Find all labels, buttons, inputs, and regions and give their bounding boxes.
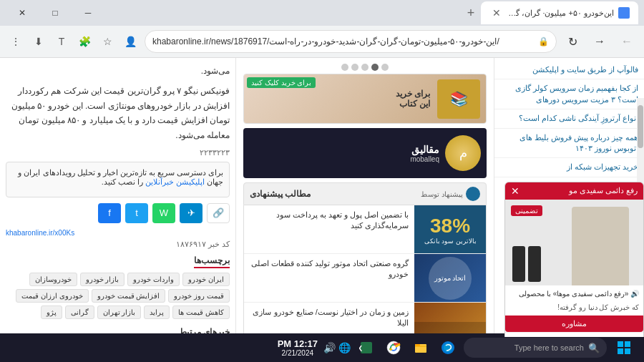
- tab-favicon: [618, 7, 630, 19]
- address-bar[interactable]: 🔒 khabaronline.ir/news/1876917/این-خودرو…: [145, 30, 557, 53]
- app-link[interactable]: اپلیکیشن خبرآنلاین: [145, 177, 205, 186]
- taskbar-icon-explorer[interactable]: [408, 335, 434, 361]
- source-logo: [466, 187, 480, 201]
- svg-point-9: [391, 346, 396, 350]
- new-tab-button[interactable]: +: [461, 3, 481, 23]
- taskbar-icon-edge[interactable]: [435, 335, 461, 361]
- scrollbar-thumb[interactable]: [638, 105, 643, 148]
- svg-rect-6: [415, 344, 420, 346]
- download-icon[interactable]: ⬇: [29, 31, 49, 52]
- suggested-item-1[interactable]: 38% بالاترین سود بانکی با تضمین اصل پول …: [244, 205, 486, 254]
- search-placeholder: Type here to search: [514, 343, 584, 352]
- minimize-button[interactable]: ─: [72, 0, 104, 26]
- taskbar-icon-excel[interactable]: X: [353, 335, 379, 361]
- notification-area: 🌐 🔊: [323, 342, 351, 353]
- tag-price-fall[interactable]: کاهش قیمت ها: [172, 305, 230, 319]
- window-controls: ─ □ ✕: [6, 0, 104, 26]
- tag-tehran-market[interactable]: بازار تهران: [97, 305, 142, 319]
- popup-desc-2: که خبرش کل دنیا رو گرفته!: [505, 302, 643, 315]
- tag-market[interactable]: بازار خودرو: [80, 273, 125, 286]
- sidebar-item-5[interactable]: خرید تجهیزات شبکه از: [494, 158, 644, 177]
- sidebar-item-2[interactable]: از کجا بفهمیم زمان سرویس کولر گازی است؟ …: [494, 79, 644, 109]
- item-text-2: گروه صنعتی اتحاد موتور تولید کننده قطعات…: [244, 254, 414, 302]
- share-facebook-button[interactable]: f: [98, 203, 121, 223]
- dot-3[interactable]: [361, 64, 369, 71]
- item-thumbnail-2: اتحاد موتور: [414, 254, 486, 302]
- network-icon[interactable]: 🌐: [338, 342, 351, 353]
- refresh-button[interactable]: ↻: [561, 30, 584, 53]
- dot-1[interactable]: [381, 64, 389, 71]
- ad-label-1[interactable]: برای خرید کلیک کنید: [247, 77, 316, 88]
- taskbar-icon-chrome[interactable]: [381, 335, 406, 361]
- popup-close-btn[interactable]: ✕: [511, 185, 519, 197]
- dot-5[interactable]: [341, 64, 348, 71]
- popup-cta-button[interactable]: مشاوره: [505, 315, 643, 332]
- translate-icon[interactable]: T: [52, 31, 72, 52]
- suggested-items-list: 38% بالاترین سود بانکی با تضمین اصل پول …: [243, 205, 487, 337]
- start-button[interactable]: [610, 336, 638, 359]
- suggested-item-3[interactable]: الیلا زمین و زمان در اختیار نوست/ صنایع …: [244, 303, 486, 337]
- popup-title: رفع دائمی سفیدی مو: [569, 186, 638, 195]
- sidebar-item-1[interactable]: فالوآپ از طریق سایت و اپلیکشن: [494, 61, 644, 79]
- tab-close-btn[interactable]: ✕: [492, 7, 501, 19]
- svg-rect-0: [618, 341, 623, 347]
- popup-desc-1: 🔊 «رفع دائمی سفیدی موها» با محصولی: [505, 285, 643, 302]
- suggested-title: مطالب پیشنهادی: [250, 189, 311, 199]
- article-intro: می‌شود.: [6, 64, 230, 78]
- tags-title: برچسب‌ها: [194, 255, 230, 268]
- active-tab[interactable]: این‌خودرو ۵۰+ میلیون· گران، گران، شدید· …: [481, 1, 638, 24]
- tags-grid: ایران خودرو واردات خودرو بازار خودرو خود…: [6, 273, 230, 319]
- popup-item-1[interactable]: • حکم «تعلق گرفتن...» چیست؟: [511, 336, 638, 337]
- chrome-icon: [386, 341, 401, 355]
- back-button[interactable]: ←: [615, 30, 638, 53]
- suggested-item-2[interactable]: اتحاد موتور گروه صنعتی اتحاد موتور تولید…: [244, 254, 486, 303]
- popup-bottle-1: [528, 246, 541, 282]
- extension-icon[interactable]: 🧩: [74, 31, 94, 52]
- tag-peugeot[interactable]: پژو: [41, 305, 62, 319]
- close-button[interactable]: ✕: [6, 0, 39, 26]
- item-thumbnail-1: 38% بالاترین سود بانکی: [414, 205, 486, 253]
- popup-items: • حکم «تعلق گرفتن...» چیست؟ • ملاقات با …: [505, 332, 643, 337]
- share-link-button[interactable]: 🔗: [207, 203, 230, 223]
- tag-iran-khodro[interactable]: ایران خودرو: [182, 273, 230, 286]
- profile-icon[interactable]: 👤: [120, 31, 140, 52]
- time-block[interactable]: 12:17 PM 2/21/2024: [278, 338, 318, 357]
- svg-rect-1: [625, 341, 630, 347]
- nav-bar: ← → ↻ 🔒 khabaronline.ir/news/1876917/این…: [0, 26, 644, 57]
- ad-popup: رفع دائمی سفیدی مو ✕ تضمینی 🔊 «رفع دائمی…: [504, 182, 644, 337]
- forward-button[interactable]: →: [588, 30, 611, 53]
- tab-title: این‌خودرو ۵۰+ میلیون· گران، گران، شدید· …: [505, 9, 614, 18]
- sidebar-item-3[interactable]: انواع آرتروزِ آیندگی ناشی کدام است؟: [494, 109, 644, 128]
- tag-pride[interactable]: پراید: [144, 305, 170, 319]
- tag-expensive[interactable]: گرانی: [65, 305, 94, 319]
- share-whatsapp-button[interactable]: W: [152, 203, 175, 223]
- tag-cheap-car[interactable]: خودروی ارزان قیمت: [16, 289, 89, 303]
- tag-makers[interactable]: خودروسازان: [29, 273, 77, 286]
- item-text-3: زمین و زمان در اختیار نوست/ صنایع خودرو …: [244, 303, 414, 337]
- share-telegram-button[interactable]: ✈: [180, 203, 203, 223]
- share-twitter-button[interactable]: t: [125, 203, 148, 223]
- search-icon: 🔍: [588, 343, 600, 353]
- clock: 12:17 PM: [278, 338, 318, 349]
- tag-daily-price[interactable]: قیمت روز خودرو: [168, 289, 230, 303]
- ad-banner-2[interactable]: م مقالیق moballeq: [243, 128, 487, 178]
- dot-4[interactable]: [351, 64, 358, 71]
- ssl-icon: 🔒: [538, 36, 549, 47]
- maximize-button[interactable]: □: [39, 0, 72, 26]
- item-thumbnail-3: الیلا: [414, 303, 486, 337]
- sound-icon[interactable]: 🔊: [323, 342, 336, 353]
- app-promo-text: برای دسترسی سریع به تازه‌ترین اخبار و تح…: [12, 168, 223, 187]
- taskbar-right: 🌐 🔊 12:17 PM 2/21/2024: [278, 338, 351, 357]
- taskbar-search[interactable]: 🔍 Type here to search: [464, 338, 607, 358]
- settings-icon[interactable]: ⋮: [6, 31, 26, 52]
- article-url[interactable]: khabaronline.ir/x00Ks: [6, 229, 230, 237]
- sidebar-item-4[interactable]: همه چیز درباره پیش فروش بلیط های اتوبوس …: [494, 129, 644, 159]
- popup-person-image: [572, 207, 629, 285]
- star-icon[interactable]: ☆: [97, 31, 117, 52]
- windows-logo-icon: [617, 341, 631, 355]
- tag-imports[interactable]: واردات خودرو: [127, 273, 180, 286]
- dot-2[interactable]: [371, 64, 379, 71]
- popup-header: رفع دائمی سفیدی مو ✕: [505, 182, 643, 200]
- ad-banner-1[interactable]: 📚 برای خریداین کتاب برای خرید کلیک کنید: [243, 74, 487, 124]
- tag-price-rise[interactable]: افزایش قیمت خودرو: [92, 289, 166, 303]
